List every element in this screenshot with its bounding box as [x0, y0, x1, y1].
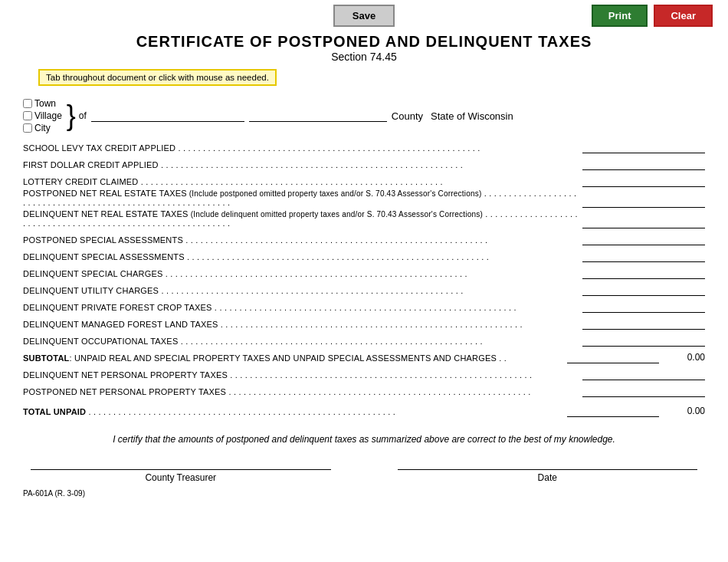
delinquent_occupational-row: DELINQUENT OCCUPATIONAL TAXES . . . . . …: [23, 331, 705, 347]
treasurer-sig-line: [31, 469, 331, 470]
clear-button[interactable]: Clear: [654, 5, 713, 27]
delinquent_forest-label: DELINQUENT PRIVATE FOREST CROP TAXES: [23, 303, 212, 312]
town-label: Town: [34, 98, 56, 109]
delinquent_personal-label: DELINQUENT NET PERSONAL PROPERTY TAXES: [23, 370, 228, 380]
first_dollar-input[interactable]: [582, 159, 705, 170]
date-label: Date: [538, 472, 557, 483]
postponed_special-row: POSTPONED SPECIAL ASSESSMENTS . . . . . …: [23, 230, 705, 245]
subtotal-input[interactable]: [567, 352, 659, 363]
treasurer-signature-block: County Treasurer: [31, 469, 331, 483]
delinquent_special_charges-row: DELINQUENT SPECIAL CHARGES . . . . . . .…: [23, 264, 705, 279]
section-label: Section 74.45: [0, 51, 728, 63]
brace-symbol: }: [67, 102, 76, 130]
city-label: City: [34, 123, 51, 133]
village-checkbox[interactable]: [23, 111, 32, 120]
delinquent_managed-row: DELINQUENT MANAGED FOREST LAND TAXES . .…: [23, 314, 705, 330]
postponed_special-dots: . . . . . . . . . . . . . . . . . . . . …: [183, 235, 487, 245]
first_dollar-label: FIRST DOLLAR CREDIT APPLIED: [23, 160, 159, 169]
city-checkbox[interactable]: [23, 123, 32, 133]
total-value: 0.00: [659, 406, 705, 417]
village-label: Village: [34, 110, 62, 121]
delinquent_net_real-row: DELINQUENT NET REAL ESTATE TAXES (Includ…: [23, 209, 705, 228]
first_dollar-dots: . . . . . . . . . . . . . . . . . . . . …: [159, 160, 463, 169]
of-label: of: [79, 110, 87, 121]
delinquent_utility-dots: . . . . . . . . . . . . . . . . . . . . …: [159, 286, 463, 295]
subtotal-dots: . .: [499, 353, 507, 363]
delinquent_occupational-label: DELINQUENT OCCUPATIONAL TAXES: [23, 337, 178, 346]
delinquent_special_assess-dots: . . . . . . . . . . . . . . . . . . . . …: [185, 252, 489, 261]
postponed_personal-dots: . . . . . . . . . . . . . . . . . . . . …: [226, 387, 530, 396]
total-row: TOTAL UNPAID . . . . . . . . . . . . . .…: [23, 402, 705, 417]
total-dots: . . . . . . . . . . . . . . . . . . . . …: [89, 407, 396, 416]
date-block: Date: [398, 469, 698, 483]
postponed_special-input[interactable]: [582, 234, 705, 245]
subtotal-bold: SUBTOTAL: [23, 353, 69, 363]
total-label: TOTAL UNPAID: [23, 407, 86, 416]
delinquent_special_charges-label: DELINQUENT SPECIAL CHARGES: [23, 269, 162, 278]
municipality-input[interactable]: [91, 110, 244, 122]
delinquent_personal-dots: . . . . . . . . . . . . . . . . . . . . …: [228, 370, 532, 380]
school_levy-input[interactable]: [582, 142, 705, 153]
school_levy-dots: . . . . . . . . . . . . . . . . . . . . …: [175, 143, 480, 153]
postponed_personal-row: POSTPONED NET PERSONAL PROPERTY TAXES . …: [23, 382, 705, 397]
subtotal-rest: : UNPAID REAL AND SPECIAL PROPERTY TAXES…: [69, 353, 497, 363]
lottery_credit-input[interactable]: [582, 176, 705, 187]
delinquent_utility-input[interactable]: [582, 284, 705, 296]
certify-text: I certify that the amounts of postponed …: [31, 432, 697, 446]
save-button[interactable]: Save: [333, 5, 395, 27]
total-input[interactable]: [567, 406, 659, 417]
delinquent_special_assess-row: DELINQUENT SPECIAL ASSESSMENTS . . . . .…: [23, 247, 705, 262]
postponed_net_real-row: POSTPONED NET REAL ESTATE TAXES (Include…: [23, 189, 705, 208]
municipality-input-2[interactable]: [249, 110, 387, 122]
lottery_credit-dots: . . . . . . . . . . . . . . . . . . . . …: [139, 177, 443, 186]
postponed_net_real-note: (Include postponed omitted property taxe…: [187, 189, 482, 198]
page-title: CERTIFICATE OF POSTPONED AND DELINQUENT …: [0, 33, 728, 51]
delinquent_special_charges-dots: . . . . . . . . . . . . . . . . . . . . …: [162, 269, 467, 278]
delinquent_special_assess-input[interactable]: [582, 251, 705, 262]
school_levy-row: SCHOOL LEVY TAX CREDIT APPLIED . . . . .…: [23, 138, 705, 153]
postponed_personal-label: POSTPONED NET PERSONAL PROPERTY TAXES: [23, 387, 226, 396]
delinquent_net_real-input[interactable]: [582, 217, 705, 228]
delinquent_occupational-input[interactable]: [582, 335, 705, 347]
delinquent_managed-dots: . . . . . . . . . . . . . . . . . . . . …: [218, 320, 523, 329]
county-label: County: [392, 110, 423, 122]
delinquent_occupational-dots: . . . . . . . . . . . . . . . . . . . . …: [178, 337, 482, 346]
subtotal-value: 0.00: [659, 352, 705, 363]
town-checkbox[interactable]: [23, 99, 32, 108]
state-label: State of Wisconsin: [431, 110, 513, 122]
delinquent_managed-input[interactable]: [582, 318, 705, 330]
tab-note: Tab throughout document or click with mo…: [38, 69, 277, 86]
print-button[interactable]: Print: [592, 5, 648, 27]
delinquent_utility-label: DELINQUENT UTILITY CHARGES: [23, 286, 159, 295]
form-id: PA-601A (R. 3-09): [23, 489, 85, 498]
treasurer-label: County Treasurer: [145, 472, 216, 483]
delinquent_forest-input[interactable]: [582, 301, 705, 313]
delinquent_personal-input[interactable]: [582, 369, 705, 380]
delinquent_net_real-label: DELINQUENT NET REAL ESTATE TAXES: [23, 209, 189, 219]
date-sig-line: [398, 469, 698, 470]
delinquent_managed-label: DELINQUENT MANAGED FOREST LAND TAXES: [23, 320, 218, 329]
postponed_personal-input[interactable]: [582, 386, 705, 397]
delinquent_utility-row: DELINQUENT UTILITY CHARGES . . . . . . .…: [23, 281, 705, 296]
postponed_net_real-input[interactable]: [582, 196, 705, 208]
delinquent_special_assess-label: DELINQUENT SPECIAL ASSESSMENTS: [23, 252, 185, 261]
delinquent_forest-dots: . . . . . . . . . . . . . . . . . . . . …: [212, 303, 516, 312]
delinquent_special_charges-input[interactable]: [582, 268, 705, 279]
delinquent_forest-row: DELINQUENT PRIVATE FOREST CROP TAXES . .…: [23, 297, 705, 313]
lottery_credit-row: LOTTERY CREDIT CLAIMED . . . . . . . . .…: [23, 172, 705, 187]
first_dollar-row: FIRST DOLLAR CREDIT APPLIED . . . . . . …: [23, 155, 705, 170]
postponed_special-label: POSTPONED SPECIAL ASSESSMENTS: [23, 235, 183, 245]
subtotal-row: SUBTOTAL: UNPAID REAL AND SPECIAL PROPER…: [23, 348, 705, 363]
delinquent_personal-row: DELINQUENT NET PERSONAL PROPERTY TAXES .…: [23, 365, 705, 380]
postponed_net_real-label: POSTPONED NET REAL ESTATE TAXES: [23, 189, 187, 198]
school_levy-label: SCHOOL LEVY TAX CREDIT APPLIED: [23, 143, 175, 153]
delinquent_net_real-note: (Include delinquent omitted property tax…: [189, 210, 483, 219]
lottery_credit-label: LOTTERY CREDIT CLAIMED: [23, 177, 139, 186]
